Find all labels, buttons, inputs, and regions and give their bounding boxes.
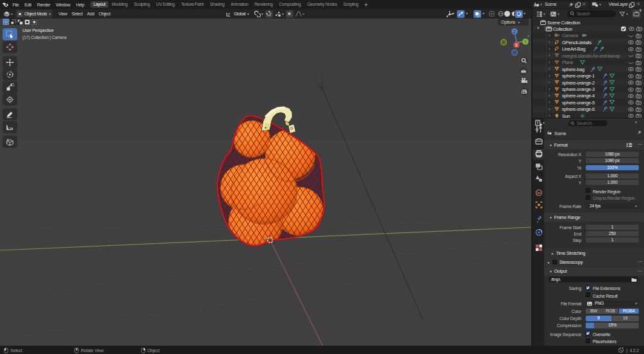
svg-text:Z: Z bbox=[513, 29, 516, 34]
svg-text:Y: Y bbox=[524, 40, 527, 44]
svg-text:X: X bbox=[515, 43, 518, 47]
